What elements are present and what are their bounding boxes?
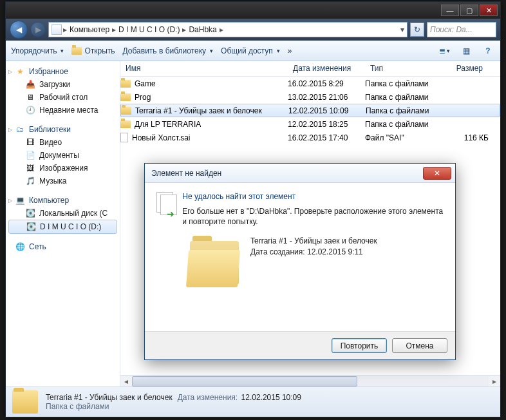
preview-pane-button[interactable]: ▦ [459,44,473,57]
column-name[interactable]: Имя [120,61,288,76]
computer-icon: 💻 [15,195,25,205]
cancel-button[interactable]: Отмена [392,338,447,353]
scroll-right-button[interactable]: ▸ [489,376,500,387]
sidebar-item-downloads[interactable]: 📥Загрузки [6,78,120,91]
sidebar-item-videos[interactable]: 🎞Видео [6,136,120,149]
dialog-title: Элемент не найден [151,169,221,178]
file-date: 13.02.2015 21:06 [288,93,365,102]
sidebar-item-music[interactable]: 🎵Музыка [6,175,120,187]
dialog-item-name: Terraria #1 - Убийцы заек и белочек [250,236,377,247]
file-type: Файл "SAI" [365,133,442,142]
nav-row: ◀ ▶ ▸ Компьютер ▸ D I M U C I O (D:) ▸ D… [6,19,500,41]
sidebar-favorites[interactable]: ▷★Избранное [6,65,120,78]
breadcrumb-seg[interactable]: Компьютер [68,25,111,34]
file-name: Game [135,79,156,88]
help-button[interactable]: ? [481,44,495,57]
folder-icon [71,47,82,55]
table-row[interactable]: Terraria #1 - Убийцы заек и белочек12.02… [120,104,500,117]
dialog-footer: Повторить Отмена [145,331,455,359]
video-icon: 🎞 [25,137,35,148]
burn-button[interactable]: » [288,46,292,55]
file-type: Папка с файлами [365,79,442,88]
file-name: Prog [135,93,151,102]
error-dialog: Элемент не найден ✕ ➜ Не удалось найти э… [144,163,456,360]
documents-icon: 📄 [25,150,35,160]
folder-icon [120,93,131,101]
file-name: Новый Холст.sai [132,133,191,142]
sidebar-libraries[interactable]: ▷🗂Библиотеки [6,123,120,136]
network-icon: 🌐 [15,242,25,252]
file-type: Папка с файлами [365,93,442,102]
drive-icon: 💽 [26,222,36,232]
breadcrumb[interactable]: ▸ Компьютер ▸ D I M U C I O (D:) ▸ DaHbk… [48,22,408,37]
breadcrumb-seg[interactable]: D I M U C I O (D:) [117,25,181,34]
file-size: 116 КБ [442,133,489,142]
move-icon: ➜ [156,192,173,218]
table-row[interactable]: Game16.02.2015 8:29Папка с файлами [120,77,500,90]
sidebar-item-desktop[interactable]: 🖥Рабочий стол [6,91,120,104]
sidebar-item-pictures[interactable]: 🖼Изображения [6,162,120,175]
minimize-button[interactable]: — [441,5,459,16]
pictures-icon: 🖼 [25,163,35,173]
chevron-right-icon: ▸ [112,25,116,34]
view-options-button[interactable]: ≣ [437,44,451,57]
table-row[interactable]: Prog13.02.2015 21:06Папка с файлами [120,90,500,104]
folder-icon [120,120,131,128]
back-button[interactable]: ◀ [10,21,28,39]
breadcrumb-seg[interactable]: DaHbka [187,25,218,34]
status-name: Terraria #1 - Убийцы заек и белочек [46,393,173,402]
file-type: Папка с файлами [365,120,442,129]
desktop-icon: 🖥 [25,92,35,102]
organize-menu[interactable]: Упорядочить [11,46,64,55]
status-date-label: Дата изменения: [178,393,238,402]
status-date: 12.02.2015 10:09 [241,393,301,402]
folder-icon [120,80,131,88]
open-button[interactable]: Открыть [71,46,115,55]
sidebar-network[interactable]: 🌐Сеть [6,240,120,253]
status-type: Папка с файлами [46,402,301,411]
file-date: 12.02.2015 18:25 [288,120,365,129]
dropdown-icon[interactable]: ▾ [400,25,404,34]
retry-button[interactable]: Повторить [332,338,387,353]
sidebar-item-drive-c[interactable]: 💽Локальный диск (C [6,207,120,220]
dialog-close-button[interactable]: ✕ [423,167,451,180]
share-menu[interactable]: Общий доступ [221,46,280,55]
file-icon [120,133,128,142]
file-name: Terraria #1 - Убийцы заек и белочек [135,106,262,115]
column-date[interactable]: Дата изменения [288,61,365,76]
star-icon: ★ [15,66,25,77]
downloads-icon: 📥 [25,79,35,90]
scroll-left-button[interactable]: ◂ [120,376,132,387]
sidebar-item-recent[interactable]: 🕘Недавние места [6,104,120,117]
titlebar: — ▢ ✕ [6,2,500,19]
sidebar-item-documents[interactable]: 📄Документы [6,149,120,162]
column-size[interactable]: Размер [442,61,489,76]
horizontal-scrollbar[interactable]: ◂ ▸ [120,375,500,387]
close-button[interactable]: ✕ [480,5,498,16]
dialog-titlebar: Элемент не найден ✕ [145,164,455,183]
music-icon: 🎵 [25,176,35,186]
table-row[interactable]: Новый Холст.sai16.02.2015 17:40Файл "SAI… [120,131,500,144]
file-date: 12.02.2015 10:09 [288,106,366,115]
refresh-button[interactable]: ↻ [410,23,424,37]
forward-button[interactable]: ▶ [30,22,46,37]
sidebar-computer[interactable]: ▷💻Компьютер [6,194,120,207]
dialog-heading: Не удалось найти этот элемент [182,192,444,201]
file-date: 16.02.2015 17:40 [288,133,365,142]
chevron-right-icon: ▸ [63,25,67,34]
recent-icon: 🕘 [25,105,35,115]
table-row[interactable]: Для LP TERRARIA12.02.2015 18:25Папка с ф… [120,117,500,131]
search-input[interactable]: Поиск: Da... [427,22,496,37]
sidebar-item-drive-d[interactable]: 💽D I M U C I O (D:) [8,220,117,234]
file-type: Папка с файлами [366,106,443,115]
folder-icon [121,107,131,115]
maximize-button[interactable]: ▢ [460,5,478,16]
sidebar: ▷★Избранное 📥Загрузки 🖥Рабочий стол 🕘Нед… [6,61,120,387]
column-type[interactable]: Тип [365,61,442,76]
computer-icon [52,24,62,35]
chevron-right-icon: ▸ [220,25,223,34]
folder-icon [187,236,241,290]
scroll-thumb[interactable] [132,376,357,387]
status-bar: Terraria #1 - Убийцы заек и белочекДата … [6,387,500,417]
add-to-library-menu[interactable]: Добавить в библиотеку [123,46,214,55]
